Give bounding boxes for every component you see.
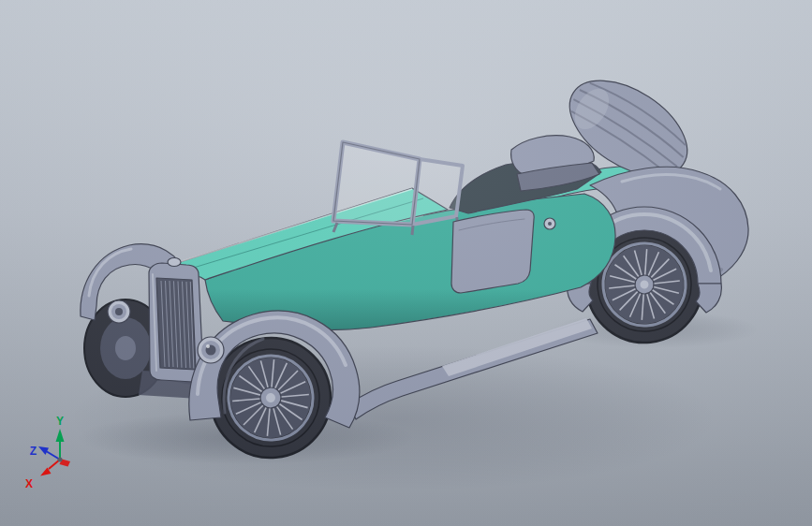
headlight-near[interactable] (198, 337, 224, 363)
z-axis-arrow (38, 446, 49, 455)
model-scene (0, 0, 812, 526)
y-axis-label: Y (56, 415, 64, 428)
windshield-hinge (412, 226, 413, 235)
orientation-triad: Y Z X (13, 406, 84, 496)
door-latch[interactable] (544, 218, 555, 229)
y-axis-arrow (56, 429, 65, 442)
z-axis-label: Z (30, 445, 37, 458)
radiator-cap (168, 258, 181, 267)
y-axis: Y (56, 415, 65, 460)
door-panel[interactable] (451, 210, 534, 293)
triad-origin (58, 458, 63, 462)
cad-graphics-area[interactable]: Y Z X (0, 0, 812, 526)
x-axis-label: X (25, 477, 33, 490)
x-axis: X (25, 460, 60, 490)
headlight-far[interactable] (108, 300, 130, 323)
z-axis: Z (30, 445, 60, 460)
